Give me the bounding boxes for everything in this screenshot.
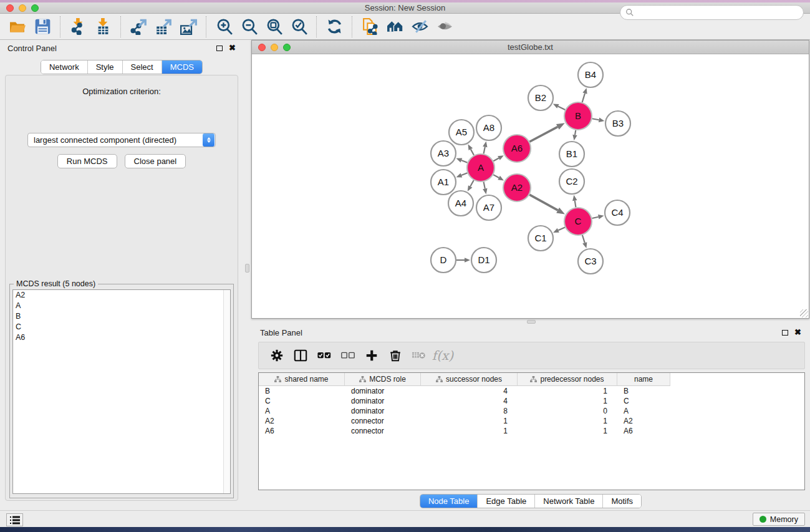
graph-node-C4[interactable]: C4 <box>605 200 630 225</box>
graph-node-A4[interactable]: A4 <box>448 191 473 216</box>
add-column-icon[interactable] <box>360 344 383 367</box>
list-scrollbar[interactable] <box>223 290 230 493</box>
edge-A-A4[interactable] <box>470 180 474 186</box>
edge-A2-C[interactable] <box>529 195 557 210</box>
mcds-result-item[interactable]: B <box>13 311 230 322</box>
close-panel-icon[interactable]: ✖ <box>229 45 236 51</box>
graph-node-B1[interactable]: B1 <box>559 142 584 167</box>
export-image-icon[interactable] <box>176 16 201 37</box>
column-header-successor-nodes[interactable]: successor nodes <box>421 373 518 386</box>
save-session-icon[interactable] <box>30 16 55 37</box>
graph-node-A5[interactable]: A5 <box>449 120 474 145</box>
network-from-file-icon[interactable] <box>357 16 382 37</box>
search-box[interactable] <box>620 5 804 20</box>
refresh-icon[interactable] <box>322 16 347 37</box>
tab-edge-table[interactable]: Edge Table <box>477 495 534 508</box>
tab-node-table[interactable]: Node Table <box>420 495 478 508</box>
table-row[interactable]: Bdominator41B <box>259 386 804 396</box>
hide-selected-icon[interactable] <box>407 16 432 37</box>
deselect-all-icon[interactable] <box>336 344 360 367</box>
graph-node-D[interactable]: D <box>431 248 456 273</box>
split-table-icon[interactable] <box>289 344 312 367</box>
tab-select[interactable]: Select <box>122 60 162 74</box>
edge-B-B3[interactable] <box>592 118 599 120</box>
zoom-in-icon[interactable] <box>211 16 236 37</box>
mcds-result-item[interactable]: A <box>13 301 230 311</box>
memory-button[interactable]: Memory <box>753 513 805 526</box>
edge-C-C2[interactable] <box>575 201 576 208</box>
mcds-result-item[interactable]: A2 <box>13 290 230 301</box>
tab-style[interactable]: Style <box>87 60 122 74</box>
select-all-icon[interactable] <box>312 344 336 367</box>
table-settings-icon[interactable] <box>265 344 289 367</box>
network-window-titlebar[interactable]: testGlobe.txt <box>252 41 809 54</box>
edge-A6-B[interactable] <box>529 127 557 142</box>
float-table-panel-icon[interactable] <box>782 330 788 336</box>
tab-motifs[interactable]: Motifs <box>602 495 641 508</box>
zoom-selected-icon[interactable] <box>286 16 311 37</box>
column-header-name[interactable]: name <box>617 373 670 386</box>
edge-A-A2[interactable] <box>493 175 499 178</box>
optimization-criterion-dropdown[interactable]: largest connected component (directed) <box>27 133 216 147</box>
graph-node-A2[interactable]: A2 <box>503 174 531 201</box>
edge-A-A6[interactable] <box>493 158 499 162</box>
zoom-fit-icon[interactable] <box>261 16 286 37</box>
network-canvas[interactable]: AA1A2A3A4A5A6A7A8BB1B2B3B4CC1C2C3C4DD1 <box>252 54 809 318</box>
edge-B-B2[interactable] <box>558 106 565 110</box>
export-table-icon[interactable] <box>151 16 176 37</box>
graph-node-C1[interactable]: C1 <box>528 226 553 251</box>
table-row[interactable]: A6connector11A6 <box>259 426 804 436</box>
graph-node-A1[interactable]: A1 <box>431 170 456 195</box>
graph-node-D1[interactable]: D1 <box>471 248 496 273</box>
run-mcds-button[interactable]: Run MCDS <box>57 154 117 168</box>
graph-node-A3[interactable]: A3 <box>431 141 456 166</box>
edge-C-C1[interactable] <box>558 227 565 230</box>
table-row[interactable]: A2connector11A2 <box>259 416 804 426</box>
mcds-result-list[interactable]: A2ABCA6 <box>12 289 231 494</box>
window-resize-grip[interactable] <box>800 309 808 317</box>
graph-node-B3[interactable]: B3 <box>605 111 630 136</box>
graph-node-A[interactable]: A <box>467 154 494 181</box>
search-input[interactable] <box>634 8 803 17</box>
close-table-panel-icon[interactable]: ✖ <box>794 329 801 336</box>
graph-node-C[interactable]: C <box>564 208 592 235</box>
graph-node-C3[interactable]: C3 <box>578 249 603 274</box>
close-panel-button[interactable]: Close panel <box>125 154 186 168</box>
edge-B-B4[interactable] <box>582 94 585 102</box>
edge-C-C3[interactable] <box>582 235 585 243</box>
edge-C-C4[interactable] <box>592 217 598 218</box>
edge-A-A3[interactable] <box>461 160 468 163</box>
edge-A-A1[interactable] <box>461 173 468 175</box>
graph-node-B[interactable]: B <box>564 102 592 130</box>
tab-network[interactable]: Network <box>41 60 87 74</box>
import-network-icon[interactable] <box>65 16 90 37</box>
import-table-icon[interactable] <box>90 16 115 37</box>
zoom-out-icon[interactable] <box>236 16 261 37</box>
column-header-MCDS-role[interactable]: MCDS role <box>345 373 421 386</box>
column-header-predecessor-nodes[interactable]: predecessor nodes <box>518 373 617 386</box>
delete-column-icon[interactable] <box>383 344 407 367</box>
home-icon[interactable] <box>382 16 407 37</box>
open-session-icon[interactable] <box>5 16 30 37</box>
tab-network-table[interactable]: Network Table <box>534 495 602 508</box>
task-history-button[interactable] <box>6 513 23 526</box>
tab-mcds[interactable]: MCDS <box>162 60 202 74</box>
float-panel-icon[interactable] <box>216 46 223 51</box>
edge-A-A8[interactable] <box>484 147 485 153</box>
table-row[interactable]: Adominator80A <box>259 406 804 416</box>
export-network-icon[interactable] <box>126 16 151 37</box>
edge-B-B1[interactable] <box>575 130 576 135</box>
mcds-result-item[interactable]: A6 <box>13 332 230 343</box>
edge-A-A7[interactable] <box>484 182 485 189</box>
column-header-shared-name[interactable]: shared name <box>259 373 345 386</box>
edge-A-A5[interactable] <box>471 149 474 155</box>
graph-node-B4[interactable]: B4 <box>578 62 603 87</box>
graph-node-A6[interactable]: A6 <box>503 135 531 162</box>
graph-node-C2[interactable]: C2 <box>559 169 584 194</box>
graph-node-A8[interactable]: A8 <box>476 115 501 140</box>
graph-node-A7[interactable]: A7 <box>476 195 501 220</box>
graph-node-B2[interactable]: B2 <box>528 85 553 110</box>
vertical-splitter-grip[interactable] <box>245 264 249 273</box>
mcds-result-item[interactable]: C <box>13 322 230 332</box>
show-all-icon[interactable] <box>432 16 457 37</box>
